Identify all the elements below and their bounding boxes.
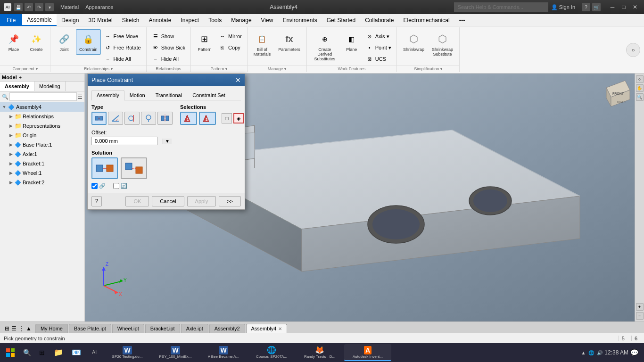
tree-item-representations[interactable]: ▶ 📁 Representations: [0, 121, 84, 131]
dialog-tab-transitional[interactable]: Transitional: [150, 90, 187, 100]
menu-inspect[interactable]: Inspect: [176, 14, 204, 26]
offset-dropdown-button[interactable]: ▼: [163, 139, 172, 144]
taskbar-app-inventor[interactable]: A Autodesk Invent...: [344, 344, 391, 361]
redo-icon[interactable]: ↷: [35, 3, 43, 11]
type-angle-button[interactable]: [108, 112, 123, 125]
expand-origin[interactable]: ▶: [8, 133, 13, 138]
taskbar-app-outlook[interactable]: 📧: [68, 344, 85, 361]
menu-getstarted[interactable]: Get Started: [322, 14, 360, 26]
taskbar-app-file-explorer[interactable]: 📁: [50, 344, 67, 361]
free-move-button[interactable]: → Free Move: [102, 31, 143, 41]
tree-root[interactable]: ▼ 🔷 Assembly4: [0, 102, 84, 112]
tab-list-icon[interactable]: ☰: [10, 324, 17, 333]
joint-button[interactable]: 🔗 Joint: [53, 29, 75, 55]
tab-baseplate[interactable]: Base Plate.ipt: [69, 324, 111, 333]
ok-button[interactable]: OK: [125, 196, 149, 206]
show-button[interactable]: ☰ Show: [149, 31, 188, 41]
clock[interactable]: 12:38 AM: [604, 349, 628, 356]
menu-design[interactable]: Design: [57, 14, 83, 26]
help-button[interactable]: ?: [91, 196, 102, 206]
expand-relationships[interactable]: ▶: [8, 114, 13, 119]
create-button[interactable]: ✨ Create: [25, 29, 47, 55]
start-button[interactable]: [2, 344, 19, 361]
offset-value-input[interactable]: [92, 137, 163, 145]
tray-volume[interactable]: 🔊: [597, 350, 603, 355]
pattern-button[interactable]: ⊞ Pattern: [194, 29, 215, 55]
pan-control[interactable]: ✋: [636, 84, 644, 92]
orbit-control[interactable]: ○: [636, 75, 644, 83]
dialog-tab-constraintset[interactable]: Constraint Set: [187, 90, 231, 100]
minimize-button[interactable]: ─: [607, 2, 618, 12]
create-derived-button[interactable]: ⊕ Create DerivedSubstitutes: [310, 29, 340, 64]
more-icon[interactable]: ▾: [45, 3, 54, 11]
axis-button[interactable]: ⊙ Axis ▾: [363, 31, 394, 41]
cancel-button[interactable]: Cancel: [152, 196, 184, 206]
menu-manage[interactable]: Manage: [226, 14, 256, 26]
close-button[interactable]: ✕: [630, 2, 640, 12]
help-icon[interactable]: ?: [582, 3, 590, 11]
tab-wheel[interactable]: Wheel.ipt: [112, 324, 144, 333]
selection2-button[interactable]: 2: [199, 112, 216, 125]
viewcube[interactable]: FRONT RIGHT: [599, 78, 632, 111]
cart-icon[interactable]: 🛒: [592, 3, 601, 11]
orbit-button[interactable]: ○: [626, 43, 640, 57]
panel-search-input[interactable]: [9, 92, 77, 101]
tree-item-origin[interactable]: ▶ 📁 Origin: [0, 131, 84, 140]
parameters-button[interactable]: fx Parameters: [275, 29, 304, 55]
mirror-button[interactable]: ↔ Mirror: [216, 31, 244, 41]
check1-label[interactable]: 🔗: [91, 183, 106, 189]
type-mate-button[interactable]: [91, 112, 107, 125]
menu-environments[interactable]: Environments: [278, 14, 322, 26]
taskbar-app-word3[interactable]: W A Bee Became A...: [200, 344, 247, 361]
sign-in-button[interactable]: 👤 Sign In: [551, 4, 575, 10]
expand-bracket1[interactable]: ▶: [8, 161, 13, 166]
menu-annotate[interactable]: Annotate: [144, 14, 176, 26]
menu-tools[interactable]: Tools: [204, 14, 226, 26]
menu-collaborate[interactable]: Collaborate: [360, 14, 398, 26]
type-insert-button[interactable]: [141, 112, 156, 125]
expand-bracket2[interactable]: ▶: [8, 180, 13, 185]
tree-item-relationships[interactable]: ▶ 📁 Relationships: [0, 112, 84, 121]
sel-extra-btn1[interactable]: □: [222, 113, 232, 123]
sel-extra-btn2[interactable]: ◈: [233, 113, 244, 123]
taskbar-app-ai-label[interactable]: Ai: [86, 344, 103, 361]
tab-grid-icon[interactable]: ⊞: [4, 324, 10, 333]
tree-item-wheel[interactable]: ▶ 🔷 Wheel:1: [0, 168, 84, 178]
shrinkwrap-button[interactable]: ⬡ Shrinkwrap: [400, 29, 428, 55]
selection1-button[interactable]: 1: [180, 112, 197, 125]
hide-all-button[interactable]: − Hide All: [102, 54, 143, 64]
save-icon[interactable]: 💾: [14, 3, 23, 11]
tab-assembly2[interactable]: Assembly2: [209, 324, 245, 333]
plane-button[interactable]: ◧ Plane: [341, 29, 363, 55]
zoom-in-control[interactable]: +: [636, 303, 644, 311]
tab-assembly4[interactable]: Assembly4 ✕: [246, 324, 288, 333]
tree-item-bracket2[interactable]: ▶ 🔷 Bracket:2: [0, 178, 84, 187]
add-model-button[interactable]: +: [19, 74, 22, 80]
task-view-button[interactable]: ⊞: [35, 346, 49, 360]
tab-expand-icon[interactable]: ▲: [25, 324, 33, 333]
menu-electromechanical[interactable]: Electromechanical: [399, 14, 454, 26]
tab-axle[interactable]: Axle.ipt: [181, 324, 208, 333]
dialog-tab-motion[interactable]: Motion: [124, 90, 150, 100]
ucs-button[interactable]: ⊠ UCS: [363, 54, 394, 64]
apply-button[interactable]: Apply: [187, 196, 216, 206]
solution2-button[interactable]: [121, 157, 147, 179]
free-rotate-button[interactable]: ↺ Free Rotate: [102, 42, 143, 53]
expand-representations[interactable]: ▶: [8, 123, 13, 128]
taskbar-app-firefox[interactable]: 🦊 Randy Travis - D...: [296, 344, 343, 361]
menu-3dmodel[interactable]: 3D Model: [83, 14, 117, 26]
tree-item-baseplate[interactable]: ▶ 🔷 Base Plate:1: [0, 140, 84, 149]
tab-bracket[interactable]: Bracket.ipt: [145, 324, 180, 333]
menu-view[interactable]: View: [256, 14, 278, 26]
place-button[interactable]: 📌 Place: [3, 29, 25, 55]
check2-label[interactable]: 🔄: [113, 183, 127, 189]
taskbar-app-word2[interactable]: W PSY_100_MiniEx...: [152, 344, 199, 361]
taskbar-app-word1[interactable]: W SP20 Testing.do...: [104, 344, 151, 361]
more-button[interactable]: >>: [219, 196, 241, 206]
zoom-control[interactable]: 🔍: [636, 93, 644, 101]
check1-input[interactable]: [91, 183, 98, 189]
menu-assemble[interactable]: Assemble: [22, 14, 57, 26]
dialog-tab-assembly[interactable]: Assembly: [91, 90, 124, 100]
tab-assembly[interactable]: Assembly: [0, 82, 34, 91]
zoom-out-control[interactable]: −: [636, 312, 644, 320]
